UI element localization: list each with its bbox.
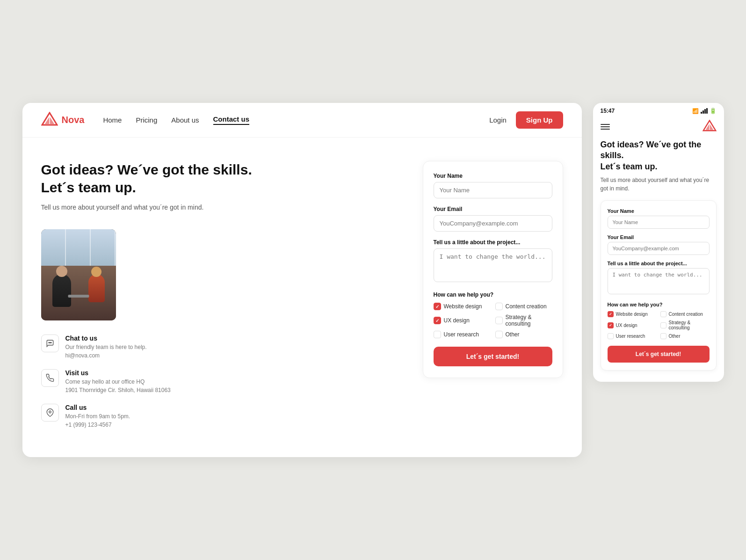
- mobile-project-group: Tell us a little about the project...: [608, 261, 710, 296]
- mobile-logo-icon: [703, 120, 717, 134]
- mobile-cb-research-label: User research: [616, 334, 645, 339]
- svg-point-6: [49, 411, 51, 413]
- project-textarea[interactable]: [434, 248, 552, 282]
- mobile-mockup: 15:47 📶 🔋: [593, 103, 724, 382]
- name-group: Your Name: [434, 173, 552, 198]
- checkbox-user-research-box[interactable]: [434, 331, 441, 338]
- hamburger-menu[interactable]: [601, 124, 610, 130]
- signup-button[interactable]: Sign Up: [516, 111, 563, 129]
- project-group: Tell us a little about the project...: [434, 239, 552, 284]
- mobile-cb-other-label: Other: [669, 334, 681, 339]
- checkbox-website-design-box[interactable]: [434, 303, 441, 310]
- chat-icon: [41, 335, 59, 352]
- mobile-cb-content-label: Content creation: [669, 312, 703, 317]
- call-desc: Mon-Fri from 9am to 5pm.: [65, 412, 130, 421]
- mobile-cb-website[interactable]: Website design: [608, 311, 657, 317]
- mobile-email-label: Your Email: [608, 234, 710, 240]
- mobile-project-textarea[interactable]: [608, 268, 710, 294]
- contact-visit: Visit us Come say hello at our office HQ…: [41, 369, 404, 394]
- mobile-cb-ux-box[interactable]: [608, 322, 614, 328]
- status-icons: 📶 🔋: [692, 108, 717, 114]
- mobile-submit-button[interactable]: Let´s get started!: [608, 346, 710, 363]
- location-icon: [41, 404, 59, 422]
- mobile-checkbox-grid: Website design Content creation UX desig…: [608, 311, 710, 339]
- signal-icon: [701, 108, 708, 114]
- hero-title: Got ideas? We´ve got the skills. Let´s t…: [41, 161, 404, 196]
- nav-home[interactable]: Home: [103, 116, 122, 124]
- mobile-cb-other-box[interactable]: [660, 333, 666, 339]
- nav-contact[interactable]: Contact us: [213, 115, 250, 125]
- mobile-contact-form: Your Name Your Email Tell us a little ab…: [601, 200, 717, 371]
- checkbox-strategy-box[interactable]: [495, 317, 503, 324]
- checkbox-content-creation-box[interactable]: [495, 303, 503, 310]
- mobile-cb-strategy-box[interactable]: [660, 322, 666, 328]
- checkbox-other-box[interactable]: [495, 331, 503, 338]
- checkbox-other-label: Other: [506, 331, 520, 338]
- wifi-icon: 📶: [692, 108, 699, 114]
- nav-pricing[interactable]: Pricing: [136, 116, 157, 124]
- contact-call: Call us Mon-Fri from 9am to 5pm. +1 (999…: [41, 404, 404, 429]
- email-label: Your Email: [434, 206, 552, 212]
- nav-right: Login Sign Up: [489, 111, 563, 129]
- chat-detail: hi@nova.com: [65, 351, 147, 360]
- desktop-body: Got ideas? We´ve got the skills. Let´s t…: [22, 138, 582, 457]
- mobile-cb-website-box[interactable]: [608, 311, 614, 317]
- hero-subtitle: Tell us more about yourself and what you…: [41, 203, 404, 212]
- phone-icon: [41, 369, 59, 387]
- checkbox-ux-design-box[interactable]: [434, 317, 441, 324]
- contact-items: Chat to us Our friendly team is here to …: [41, 335, 404, 429]
- scene: Nova Home Pricing About us Contact us Lo…: [22, 103, 724, 457]
- logo-text: Nova: [62, 115, 85, 125]
- checkbox-strategy-label: Strategy & consulting: [506, 314, 552, 327]
- mobile-email-input[interactable]: [608, 242, 710, 255]
- project-label: Tell us a little about the project...: [434, 239, 552, 246]
- desktop-nav: Nova Home Pricing About us Contact us Lo…: [22, 103, 582, 138]
- checkbox-content-creation-label: Content creation: [506, 303, 547, 310]
- login-button[interactable]: Login: [489, 116, 507, 124]
- checkbox-website-design[interactable]: Website design: [434, 303, 491, 310]
- mobile-status-bar: 15:47 📶 🔋: [593, 103, 724, 117]
- visit-detail: 1901 Thornridge Cir. Shiloh, Hawaii 8106…: [65, 386, 171, 394]
- email-group: Your Email: [434, 206, 552, 232]
- email-input[interactable]: [434, 215, 552, 232]
- chat-desc: Our friendly team is here to help.: [65, 343, 147, 351]
- mobile-cb-ux-label: UX design: [616, 323, 637, 328]
- mobile-hero-subtitle: Tell us more about yourself and what you…: [601, 176, 717, 193]
- logo: Nova: [41, 112, 85, 129]
- mobile-body: Got ideas? We´ve got the skills. Let´s t…: [593, 139, 724, 382]
- nav-links: Home Pricing About us Contact us: [103, 115, 471, 125]
- mobile-hero-title: Got ideas? We´ve got the skills. Let´s t…: [601, 139, 717, 172]
- name-input[interactable]: [434, 182, 552, 198]
- mobile-cb-strategy-label: Strategy & consulting: [669, 320, 710, 330]
- name-label: Your Name: [434, 173, 552, 179]
- submit-button[interactable]: Let´s get started!: [434, 347, 552, 366]
- svg-point-3: [49, 342, 50, 343]
- status-time: 15:47: [601, 108, 615, 114]
- mobile-name-group: Your Name: [608, 208, 710, 229]
- nav-about[interactable]: About us: [171, 116, 199, 124]
- battery-icon: 🔋: [710, 108, 717, 114]
- desktop-mockup: Nova Home Pricing About us Contact us Lo…: [22, 103, 582, 457]
- contact-form: Your Name Your Email Tell us a little ab…: [423, 161, 563, 378]
- checkbox-ux-design[interactable]: UX design: [434, 314, 491, 327]
- checkbox-user-research-label: User research: [444, 331, 479, 338]
- mobile-cb-other[interactable]: Other: [660, 333, 710, 339]
- mobile-email-group: Your Email: [608, 234, 710, 255]
- mobile-cb-content-box[interactable]: [660, 311, 666, 317]
- checkbox-other[interactable]: Other: [495, 331, 552, 338]
- mobile-cb-research[interactable]: User research: [608, 333, 657, 339]
- checkbox-content-creation[interactable]: Content creation: [495, 303, 552, 310]
- svg-point-4: [50, 342, 51, 343]
- mobile-cb-website-label: Website design: [616, 312, 648, 317]
- checkbox-strategy[interactable]: Strategy & consulting: [495, 314, 552, 327]
- checkbox-grid: Website design Content creation UX desig…: [434, 303, 552, 338]
- mobile-cb-content[interactable]: Content creation: [660, 311, 710, 317]
- mobile-cb-ux[interactable]: UX design: [608, 320, 657, 330]
- mobile-name-input[interactable]: [608, 216, 710, 229]
- checkbox-user-research[interactable]: User research: [434, 331, 491, 338]
- mobile-cb-strategy[interactable]: Strategy & consulting: [660, 320, 710, 330]
- checkbox-website-design-label: Website design: [444, 303, 482, 310]
- visit-title: Visit us: [65, 369, 171, 377]
- nova-logo-icon: [41, 112, 58, 129]
- mobile-cb-research-box[interactable]: [608, 333, 614, 339]
